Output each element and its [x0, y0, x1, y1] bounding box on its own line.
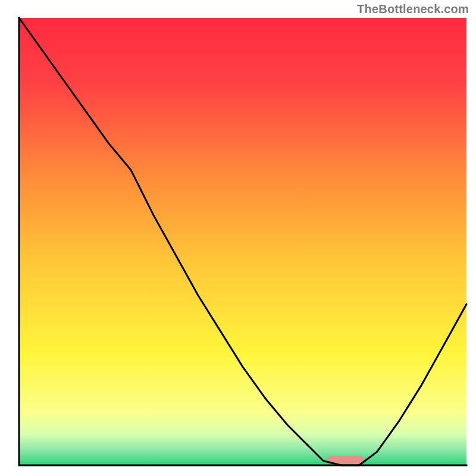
chart-container: TheBottleneck.com: [0, 0, 476, 476]
plot-background: [19, 18, 466, 465]
bottleneck-chart: [0, 0, 476, 476]
watermark-text: TheBottleneck.com: [357, 2, 469, 16]
